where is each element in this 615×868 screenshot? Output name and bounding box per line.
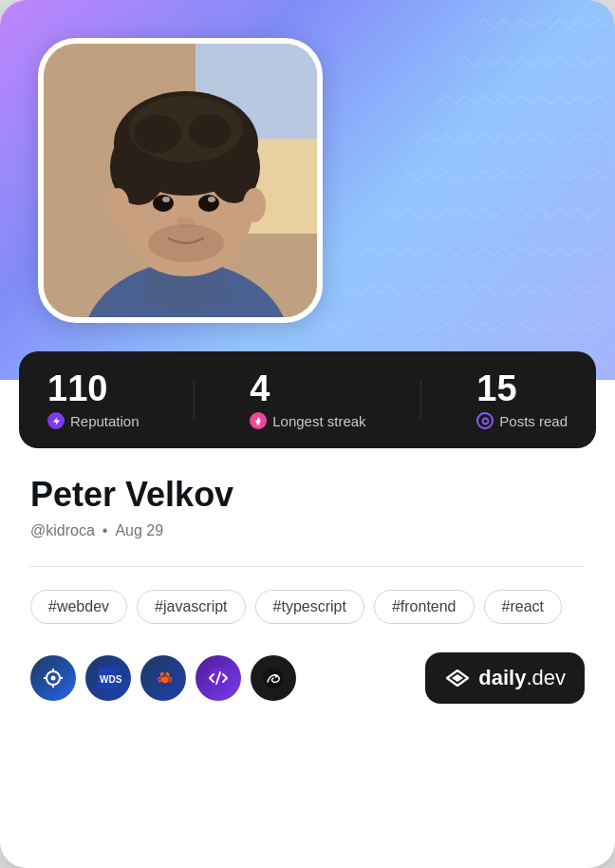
svg-point-11: [189, 114, 231, 148]
svg-point-17: [148, 224, 224, 262]
stats-bar: 110 Reputation 4: [19, 351, 596, 448]
tag-webdev[interactable]: #webdev: [30, 590, 127, 624]
posts-read-value: 15: [476, 370, 568, 406]
wds-badge: WDS: [85, 655, 131, 701]
reputation-label: Reputation: [47, 412, 140, 429]
tag-react[interactable]: #react: [484, 590, 562, 624]
daily-dev-logo: daily.dev: [425, 652, 585, 704]
code-badge: [196, 655, 241, 701]
svg-point-35: [275, 675, 278, 678]
card-header: [0, 0, 615, 380]
svg-point-12: [153, 195, 174, 212]
flame-icon: [250, 412, 267, 429]
user-handle: @kidroca: [30, 522, 95, 539]
svg-text:WDS: WDS: [100, 674, 121, 685]
tag-typescript[interactable]: #typescript: [255, 590, 364, 624]
meta-dot: •: [102, 522, 108, 539]
badges-icons: WDS 🦀: [30, 655, 296, 701]
streak-value: 4: [250, 370, 365, 406]
svg-point-13: [198, 195, 219, 212]
profile-card: 110 Reputation 4: [0, 0, 615, 868]
svg-text:🦀: 🦀: [157, 670, 174, 686]
posts-read-text: Posts read: [499, 413, 568, 429]
posts-read-stat: 15 Posts read: [476, 370, 568, 429]
streak-stat: 4 Longest streak: [250, 370, 365, 429]
reputation-stat: 110 Reputation: [47, 370, 140, 429]
streak-text: Longest streak: [272, 413, 365, 429]
svg-point-19: [243, 188, 266, 222]
bird-badge: [251, 655, 296, 701]
svg-point-14: [162, 197, 170, 202]
card-body: Peter Velkov @kidroca • Aug 29 #webdev #…: [0, 448, 615, 868]
user-join-date: Aug 29: [115, 522, 163, 539]
divider: [30, 566, 585, 567]
daily-dev-text: daily.dev: [478, 666, 566, 690]
circle-icon: [476, 412, 494, 429]
daily-bold-text: daily: [478, 666, 526, 690]
reputation-value: 110: [47, 370, 140, 406]
crab-badge: 🦀: [140, 655, 186, 701]
stat-divider-2: [420, 381, 421, 419]
svg-point-15: [208, 197, 215, 202]
tags-container: #webdev #javascript #typescript #fronten…: [30, 590, 585, 624]
avatar: [44, 44, 317, 317]
stat-divider-1: [194, 381, 195, 419]
user-meta: @kidroca • Aug 29: [30, 522, 585, 539]
svg-point-20: [256, 423, 260, 425]
bolt-icon: [47, 412, 65, 429]
streak-label: Longest streak: [250, 412, 365, 429]
tag-javascript[interactable]: #javascript: [137, 590, 245, 624]
daily-dev-icon: [444, 668, 471, 689]
tag-frontend[interactable]: #frontend: [374, 590, 475, 624]
crosshair-badge: [30, 655, 76, 701]
svg-point-10: [134, 115, 181, 153]
daily-light-text: .dev: [526, 666, 566, 690]
user-name: Peter Velkov: [30, 475, 585, 515]
posts-read-label: Posts read: [476, 412, 568, 429]
svg-point-21: [482, 418, 488, 424]
badges-row: WDS 🦀: [30, 652, 585, 704]
avatar-container: [38, 38, 323, 323]
svg-point-18: [106, 188, 129, 222]
reputation-text: Reputation: [70, 413, 140, 429]
svg-point-23: [51, 676, 56, 681]
